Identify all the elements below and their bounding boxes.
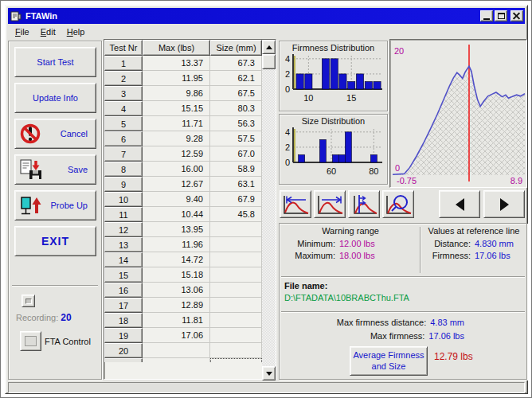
row-number-cell[interactable]: 15 xyxy=(104,267,143,283)
size-mm-cell[interactable]: 67.0 xyxy=(210,146,262,162)
row-number-cell[interactable]: 11 xyxy=(104,207,143,222)
max-lbs-cell[interactable] xyxy=(143,343,210,358)
row-number-cell[interactable]: 7 xyxy=(104,146,143,162)
max-lbs-cell[interactable]: 15.15 xyxy=(143,101,210,116)
size-mm-cell[interactable]: 62.1 xyxy=(210,71,262,86)
size-mm-cell[interactable] xyxy=(210,222,262,237)
scroll-up-button[interactable] xyxy=(262,40,276,54)
probe-up-button[interactable]: Probe Up xyxy=(14,190,96,220)
exit-button[interactable]: EXIT xyxy=(14,226,96,256)
max-lbs-cell[interactable]: 9.86 xyxy=(143,86,210,101)
row-number-cell[interactable]: 5 xyxy=(104,116,143,131)
row-number-cell[interactable]: 18 xyxy=(104,313,143,328)
max-lbs-cell[interactable]: 12.67 xyxy=(143,177,210,192)
row-number-cell[interactable]: 2 xyxy=(104,71,143,86)
update-info-button[interactable]: Update Info xyxy=(14,83,96,113)
col-header-max-lbs[interactable]: Max (lbs) xyxy=(143,40,210,56)
row-number-cell[interactable]: 9 xyxy=(104,177,143,192)
force-curve-chart[interactable]: 200-0.758.9 xyxy=(389,39,527,188)
size-mm-cell[interactable] xyxy=(210,298,262,313)
cancel-button[interactable]: Cancel xyxy=(14,119,96,149)
row-number-cell[interactable]: 13 xyxy=(104,237,143,252)
row-number-cell[interactable]: 14 xyxy=(104,252,143,267)
size-mm-cell[interactable]: 45.8 xyxy=(210,207,262,222)
row-number-cell[interactable]: 3 xyxy=(104,86,143,101)
size-mm-cell[interactable]: 58.9 xyxy=(210,162,262,177)
row-number-cell[interactable]: 21 xyxy=(104,358,143,362)
row-number-cell[interactable]: 17 xyxy=(104,298,143,313)
recording-indicator-button[interactable] xyxy=(22,295,35,307)
scrollbar-thumb[interactable] xyxy=(262,54,276,69)
save-button[interactable]: Save xyxy=(14,154,96,185)
max-lbs-cell[interactable]: 14.72 xyxy=(143,252,210,267)
table-scrollbar[interactable] xyxy=(262,40,276,380)
menu-item-file[interactable]: File xyxy=(10,25,35,38)
max-lbs-cell[interactable]: 12.59 xyxy=(143,146,210,162)
max-lbs-cell[interactable]: 10.44 xyxy=(143,207,210,222)
max-lbs-cell[interactable] xyxy=(143,358,210,362)
maximize-button[interactable] xyxy=(495,10,507,21)
scroll-down-button[interactable] xyxy=(262,366,276,380)
size-mm-cell[interactable]: 80.3 xyxy=(210,101,262,116)
start-test-button[interactable]: Start Test xyxy=(14,47,96,77)
table-row: 1213.95 xyxy=(104,222,276,237)
size-mm-cell[interactable]: 56.3 xyxy=(210,116,262,131)
row-number-cell[interactable]: 6 xyxy=(104,131,143,146)
row-number-cell[interactable]: 1 xyxy=(104,56,143,71)
max-lbs-cell[interactable]: 15.18 xyxy=(143,267,210,283)
size-mm-cell[interactable] xyxy=(210,237,262,252)
size-mm-cell[interactable]: 67.3 xyxy=(210,56,262,71)
row-number-cell[interactable]: 12 xyxy=(104,222,143,237)
row-number-cell[interactable]: 8 xyxy=(104,162,143,177)
size-mm-cell[interactable]: 67.5 xyxy=(210,86,262,101)
reference-line-button[interactable] xyxy=(348,190,380,218)
size-mm-cell[interactable] xyxy=(210,252,262,267)
size-mm-cell[interactable]: 67.9 xyxy=(210,192,262,207)
max-lbs-cell[interactable]: 12.89 xyxy=(143,298,210,313)
max-lbs-cell[interactable]: 11.71 xyxy=(143,116,210,131)
size-mm-cell[interactable] xyxy=(210,343,262,358)
row-number-cell[interactable]: 20 xyxy=(104,343,143,358)
fta-control-button[interactable] xyxy=(20,331,41,351)
max-lbs-cell[interactable]: 16.00 xyxy=(143,162,210,177)
table-row: 69.2857.5 xyxy=(104,131,276,146)
max-lbs-cell[interactable]: 9.40 xyxy=(143,192,210,207)
size-mm-cell[interactable]: 63.1 xyxy=(210,177,262,192)
max-lbs-cell[interactable]: 17.06 xyxy=(143,328,210,343)
size-mm-cell[interactable] xyxy=(210,328,262,343)
row-number-cell[interactable]: 4 xyxy=(104,101,143,116)
chart-zoom-button[interactable] xyxy=(382,190,414,218)
row-number-cell[interactable]: 16 xyxy=(104,283,143,298)
firmness-label: Firmness: xyxy=(423,251,471,260)
chart-goto-start-button[interactable] xyxy=(280,190,311,218)
title-bar[interactable]: FTAWin xyxy=(8,8,525,24)
max-lbs-cell[interactable]: 13.37 xyxy=(143,56,210,71)
minimize-button[interactable] xyxy=(480,10,493,21)
average-firmness-size-button[interactable]: Average Firmness and Size xyxy=(350,346,428,376)
recording-value: 20 xyxy=(61,312,71,323)
col-header-size-mm[interactable]: Size (mm) xyxy=(210,40,262,56)
menu-item-help[interactable]: Help xyxy=(61,25,91,38)
size-mm-cell[interactable]: 57.5 xyxy=(210,131,262,146)
max-lbs-cell[interactable]: 9.28 xyxy=(143,131,210,146)
size-mm-cell[interactable] xyxy=(210,283,262,298)
max-lbs-cell[interactable]: 13.95 xyxy=(143,222,210,237)
step-right-button[interactable] xyxy=(483,190,525,218)
step-left-button[interactable] xyxy=(439,190,480,218)
col-header-test-nr[interactable]: Test Nr xyxy=(104,40,143,56)
size-mm-cell[interactable] xyxy=(210,358,262,362)
size-mm-cell[interactable] xyxy=(210,313,262,328)
size-mm-cell[interactable] xyxy=(210,267,262,283)
svg-text:2: 2 xyxy=(285,69,290,79)
file-name-path: D:\FTADATA\10BRABCThu.FTA xyxy=(284,293,409,302)
row-number-cell[interactable]: 19 xyxy=(104,328,143,343)
close-button[interactable] xyxy=(510,10,523,21)
table-row: 113.3767.3 xyxy=(104,56,276,71)
row-number-cell[interactable]: 10 xyxy=(104,192,143,207)
max-lbs-cell[interactable]: 11.96 xyxy=(143,237,210,252)
menu-item-edit[interactable]: Edit xyxy=(35,25,61,38)
chart-goto-end-button[interactable] xyxy=(314,190,346,218)
max-lbs-cell[interactable]: 13.06 xyxy=(143,283,210,298)
max-lbs-cell[interactable]: 11.81 xyxy=(143,313,210,328)
max-lbs-cell[interactable]: 11.95 xyxy=(143,71,210,86)
